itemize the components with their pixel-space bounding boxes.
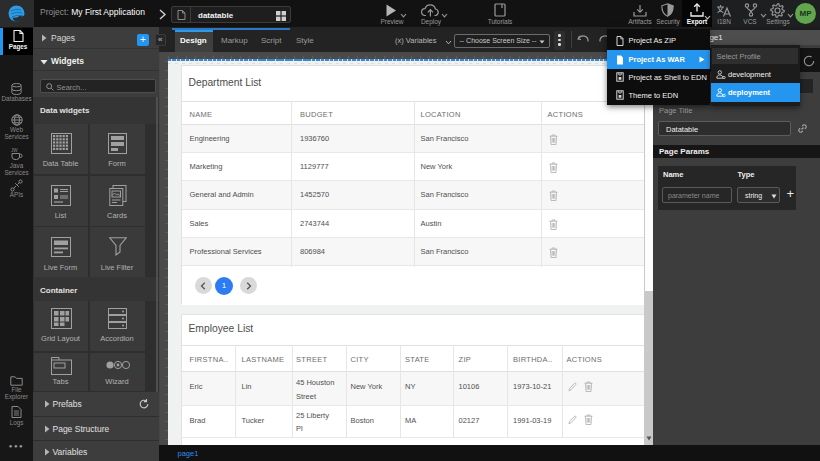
svg-text:JW: JW	[11, 148, 18, 153]
